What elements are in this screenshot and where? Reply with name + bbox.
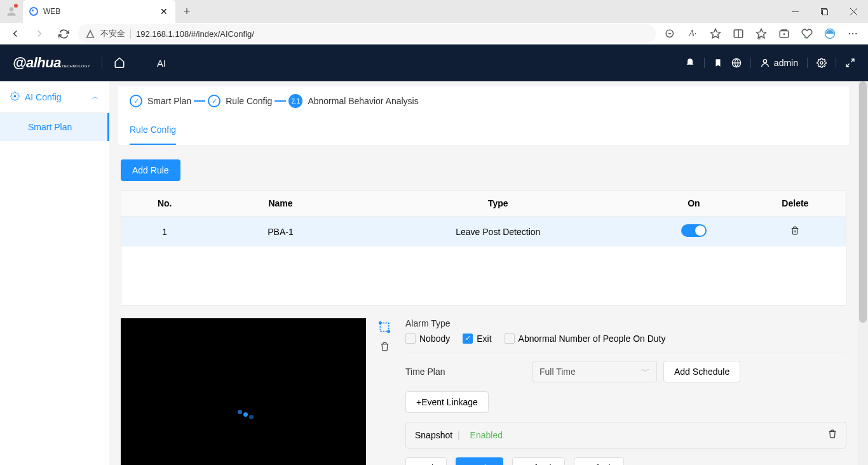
zoom-icon[interactable]	[660, 24, 680, 44]
video-preview	[121, 318, 366, 466]
svg-marker-11	[757, 29, 766, 38]
browser-refresh[interactable]	[53, 24, 74, 44]
favorites-list-icon[interactable]	[751, 24, 771, 44]
chevron-down-icon: ﹀	[641, 366, 650, 377]
time-plan-label: Time Plan	[405, 367, 532, 377]
browser-back[interactable]	[5, 24, 25, 44]
rule-table: No. Name Type On Delete 1 PBA-1 Leave Po…	[121, 190, 846, 306]
cell-no: 1	[121, 217, 208, 247]
gear-icon	[10, 91, 20, 103]
alarm-type-title: Alarm Type	[405, 318, 846, 328]
tab-title: WEB	[43, 7, 159, 16]
svg-point-19	[852, 33, 853, 34]
logo: @alhuaTECHNOLOGY	[13, 55, 90, 71]
svg-line-25	[851, 59, 854, 62]
collections-icon[interactable]	[774, 24, 794, 44]
sidebar: AI Config ︿ Smart Plan	[0, 81, 109, 465]
window-maximize[interactable]	[810, 0, 839, 23]
col-no: No.	[121, 191, 208, 217]
favorite-icon[interactable]	[705, 24, 726, 44]
browser-profile-icon[interactable]	[0, 0, 23, 23]
time-plan-select[interactable]: Full Time ﹀	[532, 361, 657, 382]
check-icon: ✓	[130, 95, 142, 107]
toggle-on[interactable]	[681, 224, 707, 237]
window-minimize[interactable]	[780, 0, 810, 23]
sidebar-item-smart-plan[interactable]: Smart Plan	[0, 113, 109, 141]
svg-line-26	[846, 64, 850, 67]
checkbox-abnormal[interactable]	[505, 334, 515, 344]
sidebar-section-label: AI Config	[25, 92, 62, 102]
browser-forward	[29, 24, 50, 44]
col-delete: Delete	[745, 191, 846, 217]
bell-icon[interactable]	[685, 58, 695, 68]
loading-spinner	[238, 412, 254, 417]
tab-rule-config[interactable]: Rule Config	[130, 116, 176, 145]
new-tab-button[interactable]: +	[178, 3, 196, 20]
browser-tab[interactable]: WEB ✕	[23, 0, 175, 23]
cell-type: Leave Post Detection	[353, 217, 643, 247]
fullscreen-icon[interactable]	[845, 58, 855, 68]
col-type: Type	[353, 191, 643, 217]
chevron-up-icon: ︿	[92, 91, 99, 102]
window-close[interactable]	[839, 0, 868, 23]
insecure-icon	[85, 29, 95, 39]
breadcrumb-step-3: 2.1 Abnormal Behavior Analysis	[288, 94, 418, 108]
svg-rect-3	[822, 10, 827, 15]
step-number: 2.1	[288, 94, 302, 108]
globe-icon[interactable]	[731, 58, 742, 68]
url-text: 192.168.1.108/#/index/AIConfig/	[136, 29, 254, 39]
svg-point-28	[379, 321, 381, 323]
event-linkage-button[interactable]: +Event Linkage	[405, 391, 489, 413]
home-icon[interactable]	[114, 57, 125, 70]
add-schedule-button[interactable]: Add Schedule	[663, 361, 740, 382]
url-bar[interactable]: 不安全 192.168.1.108/#/index/AIConfig/	[78, 24, 656, 43]
sidebar-section-ai-config[interactable]: AI Config ︿	[0, 81, 109, 113]
svg-point-29	[388, 330, 390, 332]
table-row[interactable]: 1 PBA-1 Leave Post Detection	[121, 217, 846, 247]
svg-point-24	[820, 62, 823, 64]
remove-linkage-icon[interactable]	[828, 429, 837, 440]
draw-rect-icon[interactable]	[378, 321, 391, 335]
app-header: @alhuaTECHNOLOGY AI admin	[0, 44, 868, 81]
settings-icon[interactable]	[817, 58, 827, 68]
checkbox-exit[interactable]: ✓	[463, 334, 473, 344]
svg-marker-8	[711, 29, 721, 38]
tab-close-icon[interactable]: ✕	[159, 6, 169, 17]
checkbox-nobody[interactable]	[405, 334, 416, 344]
url-warning: 不安全	[100, 28, 125, 39]
nav-ai[interactable]: AI	[157, 58, 166, 69]
refresh-button[interactable]: Refresh	[512, 457, 565, 466]
back-button[interactable]: Back	[405, 457, 447, 466]
performance-icon[interactable]: ●	[797, 24, 817, 44]
scrollbar[interactable]	[858, 81, 868, 465]
more-icon[interactable]	[843, 24, 863, 44]
default-button[interactable]: Default	[574, 457, 623, 466]
delete-icon[interactable]	[790, 227, 799, 237]
read-aloud-icon[interactable]: A•	[682, 24, 703, 44]
edge-icon[interactable]	[820, 24, 840, 44]
svg-point-18	[849, 33, 850, 34]
cell-name: PBA-1	[208, 217, 353, 247]
svg-point-20	[855, 33, 857, 34]
bookmark-icon[interactable]	[714, 58, 722, 67]
col-name: Name	[208, 191, 353, 217]
svg-point-0	[10, 7, 14, 11]
svg-rect-27	[380, 323, 388, 331]
svg-point-23	[763, 60, 766, 63]
breadcrumb-step-1[interactable]: ✓ Smart Plan	[130, 95, 191, 107]
apply-button[interactable]: Apply	[456, 457, 503, 466]
user-menu[interactable]: admin	[760, 58, 798, 68]
add-rule-button[interactable]: Add Rule	[121, 159, 180, 181]
split-screen-icon[interactable]	[728, 24, 749, 44]
breadcrumb-step-2[interactable]: ✓ Rule Config	[208, 95, 272, 107]
linkage-snapshot: Snapshot | Enabled	[405, 422, 846, 448]
clear-draw-icon[interactable]	[380, 342, 390, 353]
check-icon: ✓	[208, 95, 220, 107]
tab-favicon	[29, 7, 38, 16]
breadcrumb: ✓ Smart Plan ✓ Rule Config 2.1 Abnormal …	[118, 86, 849, 116]
col-on: On	[643, 191, 745, 217]
